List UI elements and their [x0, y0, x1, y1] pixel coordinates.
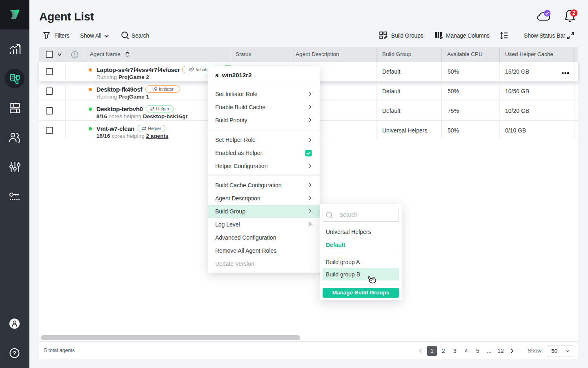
svg-text:?: ? — [13, 350, 16, 357]
svg-text:2: 2 — [572, 10, 575, 16]
